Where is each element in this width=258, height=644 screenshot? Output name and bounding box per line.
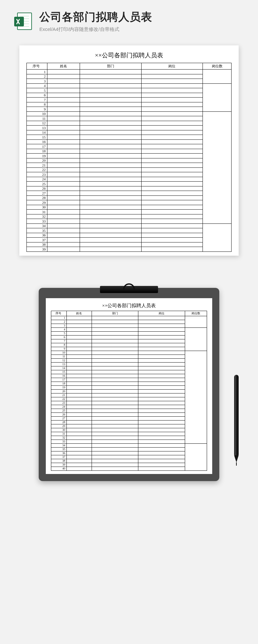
cell-empty [47,79,80,84]
cell-empty [138,324,185,327]
cell-empty [141,135,203,140]
cell-empty [67,378,92,382]
cell-seq: 38 [27,242,47,247]
cell-seq: 34 [51,443,67,447]
table-row: 8 [51,343,207,347]
cell-empty [92,459,138,463]
cell-seq: 35 [51,447,67,451]
cell-empty [67,416,92,420]
cell-seq: 40 [51,467,67,470]
cell-empty [138,351,185,355]
cell-empty [92,316,138,320]
cell-empty [80,182,142,186]
cell-empty [67,351,92,355]
cell-empty [141,191,203,196]
table-row: 31 [27,210,232,214]
cell-empty [67,420,92,424]
cell-seq: 38 [51,459,67,463]
page-header: 公司各部门拟聘人员表 Excel/A4打印/内容随意修改/自带格式 [0,0,258,39]
cell-empty [141,223,203,228]
cell-empty [141,116,203,121]
cell-empty [92,467,138,470]
cell-empty [92,393,138,397]
cell-seq: 16 [51,374,67,378]
table-row: 24 [51,405,207,409]
cell-count-merged [203,111,232,223]
table-row: 36 [27,233,232,238]
cell-empty [80,195,142,200]
cell-empty [47,242,80,247]
cell-empty [141,167,203,172]
table-row: 32 [27,214,232,219]
cell-seq: 29 [27,200,47,205]
page-subtitle: Excel/A4打印/内容随意修改/自带格式 [39,26,152,33]
cell-count-merged [203,70,232,84]
cell-empty [67,362,92,366]
cell-empty [80,74,142,79]
cell-empty [92,401,138,405]
cell-empty [80,107,142,112]
cell-empty [47,107,80,112]
table-row: 20 [27,158,232,163]
table-row: 17 [51,378,207,382]
cell-empty [92,397,138,401]
cell-count-merged [185,351,207,443]
cell-empty [92,355,138,358]
table-row: 4 [27,83,232,88]
cell-seq: 34 [27,223,47,228]
cell-empty [67,331,92,335]
cell-empty [138,385,185,389]
table-row: 16 [51,374,207,378]
table-row: 29 [51,424,207,428]
table-row: 12 [27,121,232,126]
cell-empty [47,163,80,168]
cell-empty [47,130,80,135]
table-row: 18 [27,149,232,154]
cell-seq: 26 [27,186,47,191]
cell-empty [141,163,203,168]
cell-empty [138,397,185,401]
col-dept: 部门 [80,63,142,70]
cell-empty [138,463,185,467]
cell-empty [141,111,203,116]
cell-empty [141,126,203,130]
cell-empty [67,428,92,432]
cell-empty [92,432,138,436]
cell-empty [67,451,92,455]
cell-empty [47,98,80,102]
cell-empty [67,382,92,385]
cell-empty [47,102,80,107]
cell-empty [67,355,92,358]
cell-empty [92,412,138,416]
table-row: 3 [51,324,207,327]
table-row: 13 [51,362,207,366]
cell-empty [141,228,203,233]
cell-seq: 37 [51,455,67,459]
cell-empty [138,432,185,436]
table-row: 33 [51,440,207,443]
cell-empty [141,130,203,135]
cell-empty [92,409,138,412]
cell-empty [138,428,185,432]
cell-empty [141,210,203,214]
cell-empty [80,83,142,88]
cell-seq: 32 [27,214,47,219]
cell-seq: 1 [27,70,47,74]
cell-empty [67,440,92,443]
cell-empty [92,378,138,382]
cell-seq: 10 [27,111,47,116]
table-row: 34 [27,223,232,228]
cell-empty [141,139,203,144]
cell-empty [138,374,185,378]
clipboard-frame: ××公司各部门拟聘人员表 序号 姓名 部门 岗位 岗位数 12345678910… [39,288,219,481]
cell-empty [67,358,92,362]
cell-empty [47,74,80,79]
cell-seq: 28 [51,420,67,424]
col-post: 岗位 [141,63,203,70]
cell-empty [67,447,92,451]
cell-seq: 36 [51,451,67,455]
cell-empty [141,186,203,191]
cell-empty [47,93,80,98]
cell-empty [92,440,138,443]
cell-seq: 14 [27,130,47,135]
